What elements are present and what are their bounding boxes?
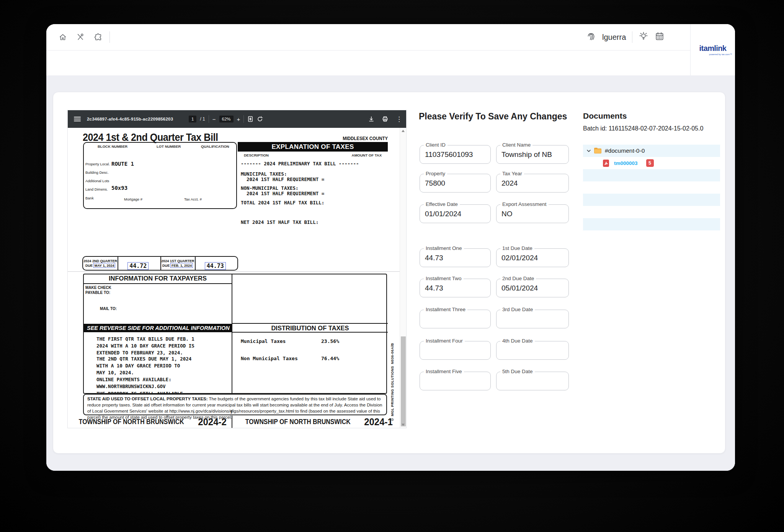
- installment-three-field: Installment Three: [420, 310, 491, 328]
- due-date-5-input[interactable]: [497, 372, 568, 390]
- value-property-local: ROUTE 1: [111, 161, 134, 167]
- installment-two-field: Installment Two: [420, 279, 491, 297]
- due-date-1-input[interactable]: [497, 249, 568, 267]
- username[interactable]: lguerra: [602, 33, 626, 42]
- client-id-label: Client ID: [424, 142, 448, 148]
- col-amount-of-tax: AMOUNT OF TAX: [352, 153, 382, 157]
- due-date-2-field: 2nd Due Date: [496, 279, 569, 297]
- document-file-row[interactable]: tm000003 5: [583, 157, 720, 169]
- pdf-viewer: 2c346897-afe4-4c85-915b-ac2209856203 1 /…: [68, 110, 406, 428]
- installment-five-field: Installment Five: [420, 372, 491, 390]
- q1-amount-annotation: 44.73: [205, 262, 226, 270]
- content-area: 2c346897-afe4-4c85-915b-ac2209856203 1 /…: [46, 75, 735, 471]
- due-date-4-input[interactable]: [497, 341, 568, 359]
- tax-year-label: Tax Year: [500, 171, 524, 176]
- q1-name: 2024 1ST QUARTER: [161, 259, 194, 263]
- value-land-dimens: 50x93: [111, 185, 127, 191]
- tax-year-input[interactable]: [497, 174, 568, 192]
- print-icon[interactable]: [382, 116, 388, 122]
- page-number-input[interactable]: 1: [189, 116, 196, 122]
- empty-row: [583, 194, 720, 206]
- rotate-icon[interactable]: [257, 116, 263, 122]
- installment-two-input[interactable]: [420, 279, 490, 297]
- property-input[interactable]: [420, 174, 490, 192]
- scroll-down-icon[interactable]: [402, 424, 405, 426]
- due-date-3-input[interactable]: [497, 310, 568, 328]
- toolbar-separator: [243, 115, 244, 123]
- zoom-level[interactable]: 62%: [219, 116, 234, 122]
- installment-four-input[interactable]: [420, 341, 490, 359]
- property-field: Property: [420, 174, 491, 193]
- pdf-filename: 2c346897-afe4-4c85-915b-ac2209856203: [87, 117, 173, 121]
- due-date-1-label: 1st Due Date: [500, 245, 534, 251]
- col-block-number: BLOCK NUMBER: [98, 144, 127, 149]
- document-folder-row[interactable]: #document-0-0: [583, 145, 720, 157]
- label-bank: Bank: [85, 196, 94, 200]
- home-icon[interactable]: [59, 33, 67, 41]
- info-paragraph-2: THE 2ND QTR TAXES DUE MAY 1, 2024 WITH A…: [96, 356, 191, 376]
- documents-heading: Documents: [583, 111, 627, 121]
- tax-year-field: Tax Year: [496, 174, 569, 193]
- installment-five-input[interactable]: [420, 372, 490, 390]
- pdf-scrollbar[interactable]: [400, 128, 406, 428]
- explanation-line: NON-MUNICIPAL TAXES:: [241, 185, 299, 191]
- client-name-input[interactable]: [497, 145, 568, 163]
- state-aid-notice: STATE AID USED TO OFFSET LOCAL PROPERTY …: [83, 394, 387, 415]
- explanation-header: EXPLANATION OF TAXES: [238, 142, 388, 152]
- explanation-line: MUNICIPAL TAXES:: [241, 171, 287, 177]
- due-date-4-label: 4th Due Date: [500, 338, 535, 344]
- page-count-badge: 5: [646, 159, 654, 167]
- scroll-up-icon[interactable]: [402, 130, 405, 132]
- q1-amount-cell: 44.73: [196, 257, 238, 270]
- explanation-line: 2024 1ST HALF REQUIREMENT =: [241, 191, 324, 196]
- tools-icon[interactable]: [76, 33, 85, 41]
- calendar-icon[interactable]: [655, 31, 665, 43]
- more-menu-icon[interactable]: ⋮: [396, 115, 402, 123]
- municipal-taxes-label: Municipal Taxes: [241, 338, 286, 344]
- export-assessment-label: Export Assessment: [500, 201, 549, 207]
- client-id-field: Client ID: [420, 145, 491, 164]
- installment-three-label: Installment Three: [424, 307, 467, 312]
- effective-date-input[interactable]: [420, 205, 490, 223]
- empty-row: [583, 206, 720, 218]
- effective-date-field: Effective Date: [420, 204, 491, 223]
- installment-four-label: Installment Four: [424, 338, 465, 344]
- pdf-page: 2024 1st & 2nd Quarter Tax Bill MIDDLESE…: [68, 128, 406, 428]
- mail-to-label: MAIL TO:: [100, 307, 117, 311]
- client-id-input[interactable]: [420, 145, 490, 163]
- state-aid-lead: STATE AID USED TO OFFSET LOCAL PROPERTY …: [87, 397, 208, 401]
- installment-three-input[interactable]: [420, 310, 490, 328]
- empty-row: [583, 218, 720, 230]
- pdf-menu-icon[interactable]: [74, 117, 81, 121]
- extensions-icon[interactable]: [94, 33, 102, 41]
- pdf-file-icon: [603, 160, 609, 167]
- folder-label[interactable]: #document-0-0: [605, 147, 645, 154]
- brand-panel: itamlink powered by tax.com™: [690, 24, 735, 75]
- installment-five-label: Installment Five: [424, 369, 464, 374]
- effective-date-label: Effective Date: [424, 201, 460, 207]
- due-date-1-field: 1st Due Date: [496, 248, 569, 267]
- export-assessment-field: Export Assessment: [496, 204, 569, 223]
- file-link[interactable]: tm000003: [614, 160, 638, 166]
- footer-code-left: 2024-2: [198, 416, 226, 428]
- installment-one-input[interactable]: [420, 249, 490, 267]
- client-name-label: Client Name: [500, 142, 532, 148]
- itamlink-logo: itamlink: [699, 44, 727, 53]
- export-assessment-input[interactable]: [497, 205, 568, 223]
- fit-page-icon[interactable]: [247, 116, 253, 122]
- scrollbar-thumb[interactable]: [401, 336, 406, 426]
- empty-row: [583, 169, 720, 181]
- reverse-side-bar: SEE REVERSE SIDE FOR ADDITIONAL INFORMAT…: [84, 324, 232, 332]
- explanation-line: 2024 1ST HALF REQUIREMENT =: [241, 176, 324, 182]
- due-date-2-input[interactable]: [497, 279, 568, 297]
- label-mortgage: Mortgage #: [124, 197, 142, 201]
- download-icon[interactable]: [368, 116, 374, 122]
- due-date-3-field: 3rd Due Date: [496, 310, 569, 328]
- form-code-vertical: N036-06A/B: [390, 343, 394, 364]
- page-separator: [68, 271, 400, 272]
- zoom-out-button[interactable]: −: [212, 116, 216, 122]
- due-date-4-field: 4th Due Date: [496, 341, 569, 360]
- chevron-down-icon[interactable]: [586, 148, 591, 153]
- zoom-in-button[interactable]: +: [237, 116, 240, 122]
- lightbulb-icon[interactable]: [639, 31, 648, 43]
